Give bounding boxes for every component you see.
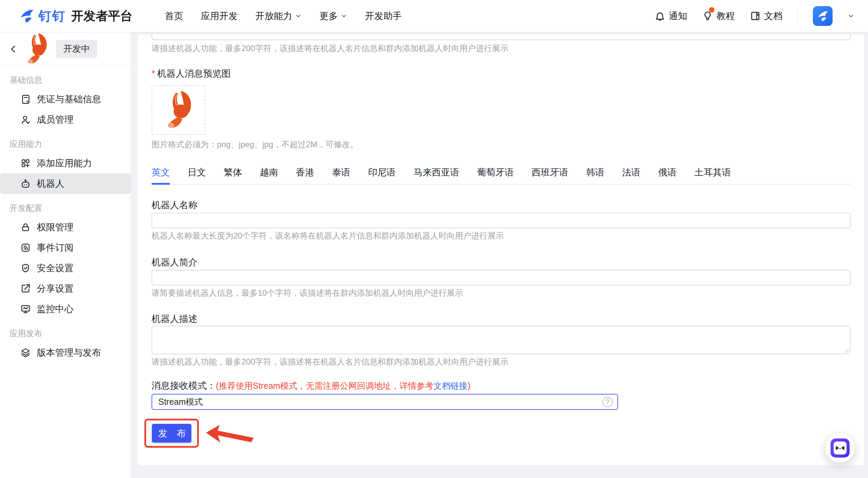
dingtalk-developer-platform: 钉钉 开发者平台 首页 应用开发 开放能力 更多 开发助手 通知 xyxy=(0,0,868,478)
account-avatar[interactable] xyxy=(813,6,833,26)
tab-traditional[interactable]: 繁体 xyxy=(224,166,242,184)
shield-check-icon xyxy=(20,263,31,273)
sidebar-item-credentials[interactable]: 凭证与基础信息 xyxy=(0,89,131,109)
tutorial-notification-dot xyxy=(709,7,714,13)
grid-plus-icon xyxy=(20,158,31,168)
tab-vietnamese[interactable]: 越南 xyxy=(260,166,278,184)
book-icon xyxy=(750,11,761,21)
tab-russian[interactable]: 俄语 xyxy=(658,166,677,184)
annotation-highlight-box: 发 布 xyxy=(144,419,199,448)
tab-japanese[interactable]: 日文 xyxy=(188,166,206,184)
nav-open-capability[interactable]: 开放能力 xyxy=(255,10,302,22)
notifications-button[interactable]: 通知 xyxy=(654,10,687,22)
nav-app-dev[interactable]: 应用开发 xyxy=(201,10,238,22)
required-asterisk: * xyxy=(152,68,155,79)
bell-icon xyxy=(654,11,665,21)
nav-dev-assistant[interactable]: 开发助手 xyxy=(365,10,402,22)
section-title: 基础信息 xyxy=(0,75,131,86)
sidebar-item-event-subscription[interactable]: 事件订阅 xyxy=(0,237,131,258)
tab-korean[interactable]: 韩语 xyxy=(586,166,604,184)
selected-mode-value: Stream模式 xyxy=(158,396,203,407)
widget-square xyxy=(831,438,850,458)
nav-home[interactable]: 首页 xyxy=(165,10,183,22)
publish-button[interactable]: 发 布 xyxy=(152,424,191,443)
brand-suffix: 开发者平台 xyxy=(71,8,132,25)
nav-more[interactable]: 更多 xyxy=(319,10,347,22)
header-divider xyxy=(798,10,798,22)
lobster-claw-image xyxy=(161,89,196,131)
id-card-icon xyxy=(20,94,31,104)
tab-thai[interactable]: 泰语 xyxy=(332,166,350,184)
robot-config-card: 请描述机器人功能，最多200字符，该描述将在机器人名片信息和群内添加机器人时向用… xyxy=(138,34,864,465)
help-icon[interactable]: ? xyxy=(602,397,613,407)
main-content: 请描述机器人功能，最多200字符，该描述将在机器人名片信息和群内添加机器人时向用… xyxy=(131,32,868,478)
widget-inner xyxy=(834,442,847,454)
robot-icon xyxy=(20,179,31,189)
docs-button[interactable]: 文档 xyxy=(750,10,783,22)
app-avatar xyxy=(23,36,50,62)
tutorial-button[interactable]: 教程 xyxy=(702,10,735,22)
dingtalk-wing-icon xyxy=(19,8,35,24)
robot-name-input[interactable] xyxy=(152,213,851,228)
sidebar-section-release: 应用发布 版本管理与发布 xyxy=(0,328,131,363)
lock-icon xyxy=(20,222,31,232)
tab-spanish[interactable]: 西班牙语 xyxy=(532,166,568,184)
tab-french[interactable]: 法语 xyxy=(622,166,641,184)
support-widget-button[interactable] xyxy=(825,433,855,463)
annotation-arrow xyxy=(206,424,258,445)
sidebar-item-share[interactable]: 分享设置 xyxy=(0,278,131,299)
language-tabs: 英文 日文 繁体 越南 香港 泰语 印尼语 马来西亚语 葡萄牙语 西班牙语 韩语… xyxy=(152,166,851,185)
top-bar: 钉钉 开发者平台 首页 应用开发 开放能力 更多 开发助手 通知 xyxy=(0,0,868,32)
tab-english[interactable]: 英文 xyxy=(152,166,170,184)
main-nav: 首页 应用开发 开放能力 更多 开发助手 xyxy=(165,10,402,22)
app-header: 开发中 xyxy=(0,32,131,66)
rss-icon xyxy=(20,243,31,253)
sidebar-item-permissions[interactable]: 权限管理 xyxy=(0,217,131,237)
sidebar-section-capability: 应用能力 添加应用能力 机器人 xyxy=(0,139,131,194)
monitor-icon xyxy=(20,304,31,314)
message-mode-label: 消息接收模式： xyxy=(152,381,216,391)
robot-name-hint: 机器人名称最大长度为20个字符，该名称将在机器人名片信息和群内添加机器人时向用户… xyxy=(152,231,851,241)
tab-indonesian[interactable]: 印尼语 xyxy=(368,166,396,184)
dingtalk-wing-icon xyxy=(816,9,830,23)
robot-description-label: 机器人描述 xyxy=(152,313,851,324)
sidebar-item-robot[interactable]: 机器人 xyxy=(0,173,131,194)
robot-description-textarea[interactable] xyxy=(152,326,851,354)
brand-logo[interactable]: 钉钉 开发者平台 xyxy=(19,7,132,25)
mode-note-close: ) xyxy=(468,381,470,390)
chevron-down-icon xyxy=(341,13,347,19)
sidebar-item-version-release[interactable]: 版本管理与发布 xyxy=(0,342,131,363)
tab-portuguese[interactable]: 葡萄牙语 xyxy=(477,166,514,184)
converge-arrows-icon xyxy=(835,445,845,451)
sidebar-item-security[interactable]: 安全设置 xyxy=(0,258,131,278)
chevron-down-icon xyxy=(295,13,302,19)
tab-hongkong[interactable]: 香港 xyxy=(296,166,314,184)
sidebar-item-members[interactable]: 成员管理 xyxy=(0,109,131,130)
publish-row: 发 布 xyxy=(152,419,851,449)
section-title: 应用发布 xyxy=(0,328,131,339)
image-format-hint: 图片格式必须为：png、jpeg、jpg，不超过2M，可修改。 xyxy=(152,140,851,149)
preview-image-upload[interactable] xyxy=(152,85,205,135)
message-mode-row: 消息接收模式：(推荐使用Stream模式，无需注册公网回调地址，详情参考文档链接… xyxy=(152,380,851,391)
tab-malay[interactable]: 马来西亚语 xyxy=(413,166,459,184)
preview-image-label: *机器人消息预览图 xyxy=(152,68,851,79)
sidebar-item-add-capability[interactable]: 添加应用能力 xyxy=(0,153,131,173)
robot-brief-label: 机器人简介 xyxy=(152,257,851,268)
header-actions: 通知 教程 文档 xyxy=(654,6,854,26)
back-button[interactable] xyxy=(8,44,18,54)
robot-description-wrap xyxy=(152,326,851,354)
layers-icon xyxy=(20,348,31,358)
robot-description-hint: 请描述机器人功能，最多200字符，该描述将在机器人名片信息和群内添加机器人时向用… xyxy=(152,357,851,367)
message-mode-select[interactable]: Stream模式 ? xyxy=(152,394,618,410)
robot-brief-input[interactable] xyxy=(152,270,851,286)
account-menu-chevron-icon[interactable] xyxy=(848,13,854,19)
cut-off-input[interactable] xyxy=(152,34,851,40)
robot-brief-hint: 请简要描述机器人信息，最多10个字符，该描述将在群内添加机器人时向用户进行展示 xyxy=(152,288,851,298)
mode-note: (推荐使用Stream模式，无需注册公网回调地址，详情参考 xyxy=(216,381,433,390)
doc-link[interactable]: 文档链接 xyxy=(433,381,468,390)
sidebar-item-monitor[interactable]: 监控中心 xyxy=(0,299,131,319)
tab-turkish[interactable]: 土耳其语 xyxy=(694,166,731,184)
status-badge: 开发中 xyxy=(56,40,97,58)
sidebar-section-basic: 基础信息 凭证与基础信息 成员管理 xyxy=(0,75,131,130)
section-title: 开发配置 xyxy=(0,203,131,214)
